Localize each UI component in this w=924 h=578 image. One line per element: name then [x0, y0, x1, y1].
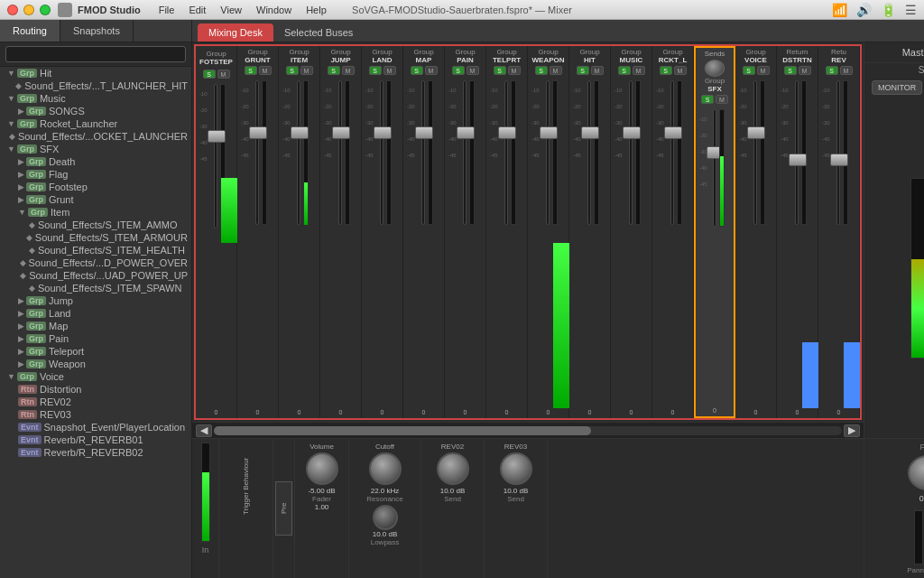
- tab-snapshots[interactable]: Snapshots: [60, 20, 134, 42]
- solo-button[interactable]: S: [701, 95, 714, 104]
- menu-file[interactable]: File: [159, 5, 175, 15]
- mute-button[interactable]: M: [342, 66, 355, 75]
- sidebar-item-power-up[interactable]: ◆ Sound_Effects/...UAD_POWER_UP: [0, 269, 191, 282]
- resonance-knob[interactable]: [373, 505, 398, 530]
- sidebar-item-jump[interactable]: ▶ Grp Jump: [0, 294, 191, 307]
- channel-weapon[interactable]: Group WEAPON S M -10-20-30-40-45: [528, 46, 569, 418]
- solo-button[interactable]: S: [784, 66, 797, 75]
- mute-button[interactable]: M: [633, 66, 645, 75]
- channel-pain[interactable]: Group PAIN S M -10-20-30-40-45: [445, 46, 486, 418]
- channel-rev[interactable]: Retu REV S M -10-20-30-40-45: [818, 46, 860, 418]
- mute-button[interactable]: M: [799, 66, 811, 75]
- sidebar-item-reverb02[interactable]: Evnt Reverb/R_REVERB02: [0, 446, 191, 459]
- sidebar-item-item[interactable]: ▼ Grp Item: [0, 206, 191, 219]
- solo-button[interactable]: S: [411, 66, 423, 75]
- horizontal-scrollbar[interactable]: ◀ ▶: [192, 422, 864, 438]
- solo-button[interactable]: S: [494, 66, 506, 75]
- maximize-button[interactable]: [40, 5, 51, 15]
- sidebar-item-flag[interactable]: ▶ Grp Flag: [0, 168, 191, 181]
- sidebar-item-songs[interactable]: ▶ Grp SONGS: [0, 105, 191, 117]
- channel-item[interactable]: Group ITEM S M -10-20-30-40-45: [279, 46, 320, 418]
- mute-button[interactable]: M: [467, 66, 479, 75]
- solo-button[interactable]: S: [452, 66, 465, 75]
- mute-button[interactable]: M: [716, 95, 728, 104]
- close-button[interactable]: [7, 5, 18, 15]
- sidebar-item-voice[interactable]: ▼ Grp Voice: [0, 370, 191, 383]
- solo-button[interactable]: S: [286, 66, 299, 75]
- solo-button[interactable]: S: [618, 66, 631, 75]
- sidebar-item-power-over[interactable]: ◆ Sound_Effects/...D_POWER_OVER: [0, 256, 191, 269]
- channel-dstrtn[interactable]: Return DSTRTN S M -10-20-30-40-45: [777, 46, 818, 418]
- sidebar-item-item-armour[interactable]: ◆ Sound_Effects/S_ITEM_ARMOUR: [0, 231, 191, 244]
- mute-button[interactable]: M: [425, 66, 438, 75]
- mute-button[interactable]: M: [300, 66, 313, 75]
- channel-grunt[interactable]: Group GRUNT S M -10-20-30-40-45: [237, 46, 279, 418]
- sidebar-item-music[interactable]: ▼ Grp Music: [0, 92, 191, 105]
- solo-button[interactable]: S: [203, 70, 216, 79]
- channel-sfx[interactable]: Sends Group SFX S M -10-20-30-40-45: [694, 46, 735, 418]
- sidebar-item-snapshot[interactable]: Evnt Snapshot_Event/PlayerLocation: [0, 421, 191, 434]
- send2-knob[interactable]: [500, 452, 532, 485]
- sidebar-item-death[interactable]: ▶ Grp Death: [0, 155, 191, 168]
- menu-help[interactable]: Help: [306, 5, 327, 15]
- minimize-button[interactable]: [23, 5, 34, 15]
- menu-edit[interactable]: Edit: [189, 5, 206, 15]
- sidebar-item-hit[interactable]: ▼ Grp Hit: [0, 67, 191, 79]
- sidebar-item-rev02[interactable]: Rtn REV02: [0, 396, 191, 408]
- solo-button[interactable]: S: [660, 66, 672, 75]
- mute-button[interactable]: M: [550, 66, 562, 75]
- sidebar-item-teleport[interactable]: ▶ Grp Teleport: [0, 345, 191, 358]
- sidebar-item-hit-sound[interactable]: ◆ Sound_Effects/...T_LAUNCHER_HIT: [0, 79, 191, 92]
- mute-button[interactable]: M: [757, 66, 770, 75]
- scroll-right-button[interactable]: ▶: [844, 424, 860, 437]
- sidebar-item-grunt[interactable]: ▶ Grp Grunt: [0, 193, 191, 206]
- sidebar-item-pain[interactable]: ▶ Grp Pain: [0, 332, 191, 345]
- channel-jump[interactable]: Group JUMP S M -10-20-30-40-45: [320, 46, 362, 418]
- sidebar-item-rocket-sound[interactable]: ◆ Sound_Effects/...OCKET_LAUNCHER: [0, 130, 191, 143]
- sidebar-item-land[interactable]: ▶ Grp Land: [0, 307, 191, 320]
- mute-button[interactable]: M: [508, 66, 521, 75]
- solo-button[interactable]: S: [577, 66, 589, 75]
- scroll-left-button[interactable]: ◀: [196, 424, 212, 437]
- channel-voice[interactable]: Group VOICE S M -10-20-30-40-45: [735, 46, 777, 418]
- channel-land[interactable]: Group LAND S M -10-20-30-40-45: [362, 46, 403, 418]
- channel-hit[interactable]: Group HIT S M -10-20-30-40-45: [569, 46, 611, 418]
- solo-button[interactable]: S: [245, 66, 257, 75]
- scrollbar-track[interactable]: [214, 426, 842, 435]
- channel-music[interactable]: Group MUSIC S M -10-20-30-40-45: [611, 46, 652, 418]
- sidebar-item-map[interactable]: ▶ Grp Map: [0, 320, 191, 332]
- sidebar-item-rocket[interactable]: ▼ Grp Rocket_Launcher: [0, 117, 191, 130]
- tab-routing[interactable]: Routing: [0, 20, 60, 42]
- sidebar-item-item-ammo[interactable]: ◆ Sound_Effects/S_ITEM_AMMO: [0, 219, 191, 231]
- solo-button[interactable]: S: [369, 66, 382, 75]
- mute-button[interactable]: M: [217, 70, 230, 79]
- channel-map[interactable]: Group MAP S M -10-20-30-40-45: [403, 46, 445, 418]
- mute-button[interactable]: M: [840, 66, 853, 75]
- sends-knob[interactable]: [705, 60, 725, 77]
- volume-knob[interactable]: [306, 452, 338, 485]
- channel-teleport[interactable]: Group TELPRT S M -10-20-30-40-45: [486, 46, 528, 418]
- solo-button[interactable]: S: [743, 66, 755, 75]
- sidebar-item-item-spawn[interactable]: ◆ Sound_Effects/S_ITEM_SPAWN: [0, 282, 191, 294]
- channels-scroll[interactable]: Group FOTSTEP S M -10-20-30-40-45: [194, 44, 862, 420]
- solo-button[interactable]: S: [328, 66, 340, 75]
- sidebar-item-reverb01[interactable]: Evnt Reverb/R_REVERB01: [0, 434, 191, 446]
- channel-fotstep[interactable]: Group FOTSTEP S M -10-20-30-40-45: [196, 46, 237, 418]
- mute-button[interactable]: M: [674, 66, 687, 75]
- mute-button[interactable]: M: [259, 66, 272, 75]
- sidebar-item-item-health[interactable]: ◆ Sound_Effects/S_ITEM_HEALTH: [0, 244, 191, 256]
- sidebar-item-rev03[interactable]: Rtn REV03: [0, 408, 191, 421]
- menu-window[interactable]: Window: [256, 5, 291, 15]
- send1-knob[interactable]: [437, 452, 469, 485]
- pan-knob[interactable]: [908, 455, 925, 490]
- solo-button[interactable]: S: [826, 66, 838, 75]
- mute-button[interactable]: M: [591, 66, 604, 75]
- sidebar-item-distortion[interactable]: Rtn Distortion: [0, 383, 191, 396]
- monitor-button[interactable]: MONITOR: [872, 80, 922, 95]
- scrollbar-thumb[interactable]: [214, 426, 591, 435]
- channel-rckt[interactable]: Group RCKT_L S M -10-20-30-40-45: [652, 46, 694, 418]
- mute-button[interactable]: M: [383, 66, 396, 75]
- sidebar-item-sfx[interactable]: ▼ Grp SFX: [0, 143, 191, 155]
- menu-view[interactable]: View: [220, 5, 242, 15]
- search-input[interactable]: [5, 46, 186, 62]
